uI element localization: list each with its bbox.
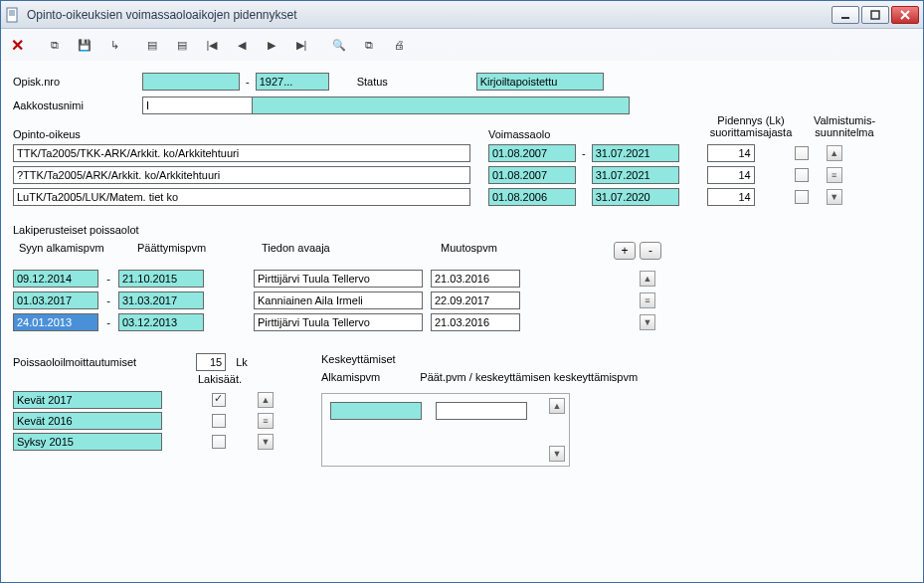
minimize-button[interactable]	[832, 6, 859, 24]
valm-checkbox[interactable]	[795, 146, 809, 160]
rights-row: - ▼	[13, 188, 911, 206]
first-record-icon[interactable]: |◀	[204, 37, 220, 53]
close-button[interactable]	[891, 6, 919, 24]
add-button[interactable]: +	[614, 242, 636, 260]
abs-col-end: Päättymispvm	[137, 242, 262, 260]
prev-record-icon[interactable]: ◀	[234, 37, 250, 53]
abs-start[interactable]	[13, 292, 98, 309]
last-record-icon[interactable]: ▶|	[293, 37, 309, 53]
term-checkbox[interactable]	[212, 435, 226, 449]
svg-rect-5	[871, 11, 879, 19]
status-field[interactable]	[476, 73, 604, 91]
add-record-icon[interactable]: ▤	[144, 37, 160, 53]
abs-col-opener: Tiedon avaaja	[262, 242, 441, 260]
col-valm1: Valmistumis-	[805, 114, 884, 126]
opisk-right-field[interactable]	[256, 73, 329, 91]
remove-button[interactable]: -	[640, 242, 661, 260]
scroll-down-icon[interactable]: ▼	[827, 189, 842, 205]
document-icon	[5, 7, 21, 23]
kesk-start[interactable]	[330, 402, 422, 420]
window-title: Opinto-oikeuksien voimassaoloaikojen pid…	[27, 8, 832, 22]
term-row: ≡	[13, 412, 311, 430]
cancel-icon[interactable]: ✕	[9, 37, 25, 53]
opisk-left-field[interactable]	[142, 73, 240, 91]
right-name[interactable]	[13, 166, 470, 184]
right-start[interactable]	[488, 144, 576, 162]
scroll-up-icon[interactable]: ▲	[640, 271, 655, 287]
right-end[interactable]	[592, 188, 679, 206]
abs-end[interactable]	[118, 292, 204, 309]
rights-row: - ▲	[13, 144, 911, 162]
scroll-down-icon[interactable]: ▼	[640, 314, 655, 330]
term-checkbox[interactable]	[212, 393, 226, 407]
save-icon[interactable]: 💾	[77, 37, 92, 53]
scroll-up-icon[interactable]: ▲	[827, 145, 842, 161]
terms-count[interactable]	[196, 353, 226, 371]
maximize-button[interactable]	[861, 6, 889, 24]
kesk-end[interactable]	[436, 402, 527, 420]
delete-record-icon[interactable]: ▤	[174, 37, 190, 53]
aakkostus-label: Aakkostusnimi	[13, 99, 142, 111]
right-name[interactable]	[13, 144, 470, 162]
col-pidennys1: Pidennys (Lk)	[697, 114, 805, 126]
abs-end[interactable]	[118, 270, 204, 288]
term-name[interactable]	[13, 412, 162, 430]
abs-changed[interactable]	[431, 292, 520, 309]
abs-end[interactable]	[118, 313, 204, 331]
rights-row: - ≡	[13, 166, 911, 184]
scroll-thumb-icon[interactable]: ≡	[258, 413, 274, 429]
scroll-thumb-icon[interactable]: ≡	[827, 167, 842, 183]
scroll-up-icon[interactable]: ▲	[549, 398, 565, 414]
rights-table: - ▲ - ≡	[13, 144, 911, 206]
scroll-down-icon[interactable]: ▼	[258, 434, 274, 450]
abs-start-selected[interactable]: 24.01.2013	[13, 313, 98, 331]
content-area: Opisk.nro - Status Aakkostusnimi Opinto-…	[1, 61, 923, 582]
opisk-label: Opisk.nro	[13, 76, 142, 88]
scroll-down-icon[interactable]: ▼	[549, 446, 565, 462]
valm-checkbox[interactable]	[795, 190, 809, 204]
abs-title: Lakiperusteiset poissaolot	[13, 224, 911, 236]
right-end[interactable]	[592, 166, 679, 184]
kesk-title: Keskeyttämiset	[321, 353, 638, 365]
right-start[interactable]	[488, 166, 576, 184]
term-name[interactable]	[13, 391, 162, 409]
col-opinto: Opinto-oikeus	[13, 128, 488, 140]
right-start[interactable]	[488, 188, 576, 206]
abs-opener[interactable]	[254, 292, 423, 309]
right-end[interactable]	[592, 144, 679, 162]
right-name[interactable]	[13, 188, 470, 206]
dash: -	[246, 76, 250, 88]
kesk-col1: Alkamispvm	[321, 371, 380, 383]
abs-changed[interactable]	[431, 313, 520, 331]
abs-changed[interactable]	[431, 270, 520, 288]
col-voimassa: Voimassaolo	[488, 128, 697, 140]
abs-start[interactable]	[13, 270, 98, 288]
list-icon[interactable]: ⧉	[361, 37, 377, 53]
term-checkbox[interactable]	[212, 414, 226, 428]
aakkostus-left-field[interactable]	[142, 97, 252, 114]
abs-row: 24.01.2013 - ▼	[13, 313, 911, 331]
right-ext[interactable]	[707, 144, 755, 162]
right-ext[interactable]	[707, 166, 755, 184]
lakisaat-label: Lakisäät.	[13, 373, 242, 385]
print-icon[interactable]: 🖨	[391, 37, 407, 53]
export-icon[interactable]: ↳	[106, 37, 122, 53]
titlebar: Opinto-oikeuksien voimassaoloaikojen pid…	[1, 1, 923, 29]
abs-opener[interactable]	[254, 313, 423, 331]
abs-row: - ▲	[13, 270, 911, 288]
valm-checkbox[interactable]	[795, 168, 809, 182]
search-icon[interactable]: 🔍	[331, 37, 347, 53]
term-name[interactable]	[13, 433, 162, 451]
status-label: Status	[357, 76, 476, 88]
aakkostus-right-field[interactable]	[252, 97, 630, 114]
term-row: ▼	[13, 433, 311, 451]
scroll-thumb-icon[interactable]: ≡	[640, 292, 655, 308]
abs-opener[interactable]	[254, 270, 423, 288]
right-ext[interactable]	[707, 188, 755, 206]
toolbar: ✕ ⧉ 💾 ↳ ▤ ▤ |◀ ◀ ▶ ▶| 🔍 ⧉ 🖨	[1, 29, 923, 61]
next-record-icon[interactable]: ▶	[264, 37, 279, 53]
scroll-up-icon[interactable]: ▲	[258, 392, 274, 408]
term-row: ▲	[13, 391, 311, 409]
col-pidennys2: suorittamisajasta	[697, 126, 805, 138]
copy-icon[interactable]: ⧉	[47, 37, 63, 53]
